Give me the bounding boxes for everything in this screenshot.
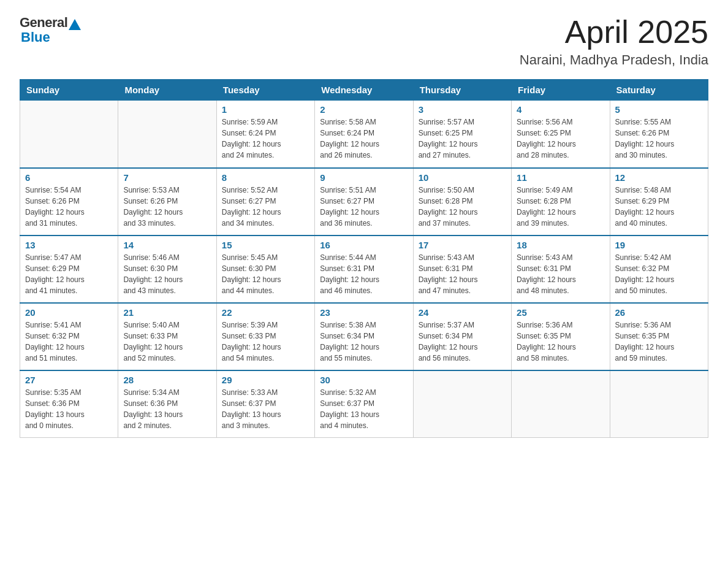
- day-info: Sunrise: 5:51 AM Sunset: 6:27 PM Dayligh…: [320, 185, 408, 229]
- day-info: Sunrise: 5:42 AM Sunset: 6:32 PM Dayligh…: [615, 252, 703, 296]
- day-number: 21: [123, 307, 211, 318]
- day-number: 26: [615, 307, 703, 318]
- day-number: 11: [517, 172, 604, 183]
- day-number: 14: [123, 240, 211, 250]
- day-number: 10: [419, 172, 506, 183]
- calendar-cell: 24Sunrise: 5:37 AM Sunset: 6:34 PM Dayli…: [413, 303, 511, 370]
- calendar-cell: 15Sunrise: 5:45 AM Sunset: 6:30 PM Dayli…: [216, 236, 314, 303]
- calendar-cell: 5Sunrise: 5:55 AM Sunset: 6:26 PM Daylig…: [610, 101, 708, 168]
- day-info: Sunrise: 5:53 AM Sunset: 6:26 PM Dayligh…: [123, 185, 211, 229]
- calendar-cell: 28Sunrise: 5:34 AM Sunset: 6:36 PM Dayli…: [118, 370, 216, 438]
- day-number: 8: [222, 172, 309, 183]
- day-info: Sunrise: 5:36 AM Sunset: 6:35 PM Dayligh…: [615, 320, 703, 364]
- calendar-week-3: 13Sunrise: 5:47 AM Sunset: 6:29 PM Dayli…: [20, 236, 708, 303]
- day-number: 7: [123, 172, 211, 183]
- day-info: Sunrise: 5:38 AM Sunset: 6:34 PM Dayligh…: [320, 320, 408, 364]
- day-number: 4: [517, 104, 604, 115]
- day-number: 13: [25, 240, 113, 250]
- calendar-cell: 18Sunrise: 5:43 AM Sunset: 6:31 PM Dayli…: [512, 236, 610, 303]
- day-number: 12: [615, 172, 703, 183]
- day-number: 20: [25, 307, 113, 318]
- day-info: Sunrise: 5:32 AM Sunset: 6:37 PM Dayligh…: [320, 387, 408, 431]
- logo-blue-text: Blue: [21, 29, 50, 45]
- day-number: 23: [320, 307, 408, 318]
- calendar-cell: 7Sunrise: 5:53 AM Sunset: 6:26 PM Daylig…: [118, 168, 216, 236]
- calendar-week-5: 27Sunrise: 5:35 AM Sunset: 6:36 PM Dayli…: [20, 370, 708, 438]
- day-number: 2: [320, 104, 408, 115]
- logo-triangle-icon: [69, 19, 81, 30]
- day-number: 27: [25, 375, 113, 385]
- day-number: 19: [615, 240, 703, 250]
- day-number: 3: [419, 104, 506, 115]
- calendar-week-4: 20Sunrise: 5:41 AM Sunset: 6:32 PM Dayli…: [20, 303, 708, 370]
- day-of-week-friday: Friday: [512, 80, 610, 101]
- day-number: 28: [123, 375, 211, 385]
- calendar-cell: 20Sunrise: 5:41 AM Sunset: 6:32 PM Dayli…: [20, 303, 118, 370]
- day-info: Sunrise: 5:43 AM Sunset: 6:31 PM Dayligh…: [517, 252, 604, 296]
- day-info: Sunrise: 5:34 AM Sunset: 6:36 PM Dayligh…: [123, 387, 211, 431]
- calendar-cell: 2Sunrise: 5:58 AM Sunset: 6:24 PM Daylig…: [315, 101, 413, 168]
- day-number: 9: [320, 172, 408, 183]
- calendar-cell: 12Sunrise: 5:48 AM Sunset: 6:29 PM Dayli…: [610, 168, 708, 236]
- calendar-cell: 6Sunrise: 5:54 AM Sunset: 6:26 PM Daylig…: [20, 168, 118, 236]
- calendar-cell: 19Sunrise: 5:42 AM Sunset: 6:32 PM Dayli…: [610, 236, 708, 303]
- days-of-week-row: SundayMondayTuesdayWednesdayThursdayFrid…: [20, 80, 708, 101]
- calendar-cell: 27Sunrise: 5:35 AM Sunset: 6:36 PM Dayli…: [20, 370, 118, 438]
- calendar-cell: 4Sunrise: 5:56 AM Sunset: 6:25 PM Daylig…: [512, 101, 610, 168]
- day-number: 5: [615, 104, 703, 115]
- day-number: 17: [419, 240, 506, 250]
- day-info: Sunrise: 5:48 AM Sunset: 6:29 PM Dayligh…: [615, 185, 703, 229]
- calendar-cell: 26Sunrise: 5:36 AM Sunset: 6:35 PM Dayli…: [610, 303, 708, 370]
- calendar-subtitle: Naraini, Madhya Pradesh, India: [520, 52, 708, 68]
- calendar-cell: 8Sunrise: 5:52 AM Sunset: 6:27 PM Daylig…: [216, 168, 314, 236]
- day-info: Sunrise: 5:57 AM Sunset: 6:25 PM Dayligh…: [419, 117, 506, 161]
- calendar-cell: 16Sunrise: 5:44 AM Sunset: 6:31 PM Dayli…: [315, 236, 413, 303]
- day-info: Sunrise: 5:33 AM Sunset: 6:37 PM Dayligh…: [222, 387, 309, 431]
- calendar-body: 1Sunrise: 5:59 AM Sunset: 6:24 PM Daylig…: [20, 101, 708, 438]
- calendar-cell: [413, 370, 511, 438]
- day-of-week-tuesday: Tuesday: [216, 80, 314, 101]
- calendar-cell: 3Sunrise: 5:57 AM Sunset: 6:25 PM Daylig…: [413, 101, 511, 168]
- logo-general-text: General: [20, 15, 67, 31]
- day-info: Sunrise: 5:54 AM Sunset: 6:26 PM Dayligh…: [25, 185, 113, 229]
- day-number: 16: [320, 240, 408, 250]
- day-info: Sunrise: 5:59 AM Sunset: 6:24 PM Dayligh…: [222, 117, 309, 161]
- page-header: General Blue April 2025 Naraini, Madhya …: [20, 15, 708, 68]
- calendar-cell: 9Sunrise: 5:51 AM Sunset: 6:27 PM Daylig…: [315, 168, 413, 236]
- day-info: Sunrise: 5:40 AM Sunset: 6:33 PM Dayligh…: [123, 320, 211, 364]
- calendar-cell: [512, 370, 610, 438]
- day-info: Sunrise: 5:39 AM Sunset: 6:33 PM Dayligh…: [222, 320, 309, 364]
- calendar-cell: 13Sunrise: 5:47 AM Sunset: 6:29 PM Dayli…: [20, 236, 118, 303]
- day-of-week-saturday: Saturday: [610, 80, 708, 101]
- day-info: Sunrise: 5:44 AM Sunset: 6:31 PM Dayligh…: [320, 252, 408, 296]
- calendar-cell: 10Sunrise: 5:50 AM Sunset: 6:28 PM Dayli…: [413, 168, 511, 236]
- day-info: Sunrise: 5:37 AM Sunset: 6:34 PM Dayligh…: [419, 320, 506, 364]
- title-block: April 2025 Naraini, Madhya Pradesh, Indi…: [520, 15, 708, 68]
- day-of-week-wednesday: Wednesday: [315, 80, 413, 101]
- calendar-cell: 25Sunrise: 5:36 AM Sunset: 6:35 PM Dayli…: [512, 303, 610, 370]
- calendar-cell: 17Sunrise: 5:43 AM Sunset: 6:31 PM Dayli…: [413, 236, 511, 303]
- day-info: Sunrise: 5:49 AM Sunset: 6:28 PM Dayligh…: [517, 185, 604, 229]
- day-info: Sunrise: 5:43 AM Sunset: 6:31 PM Dayligh…: [419, 252, 506, 296]
- calendar-title: April 2025: [520, 15, 708, 50]
- calendar-cell: 11Sunrise: 5:49 AM Sunset: 6:28 PM Dayli…: [512, 168, 610, 236]
- day-number: 15: [222, 240, 309, 250]
- day-info: Sunrise: 5:35 AM Sunset: 6:36 PM Dayligh…: [25, 387, 113, 431]
- calendar-header: SundayMondayTuesdayWednesdayThursdayFrid…: [20, 80, 708, 101]
- day-info: Sunrise: 5:41 AM Sunset: 6:32 PM Dayligh…: [25, 320, 113, 364]
- day-number: 24: [419, 307, 506, 318]
- day-number: 22: [222, 307, 309, 318]
- day-info: Sunrise: 5:58 AM Sunset: 6:24 PM Dayligh…: [320, 117, 408, 161]
- calendar-cell: 1Sunrise: 5:59 AM Sunset: 6:24 PM Daylig…: [216, 101, 314, 168]
- day-number: 1: [222, 104, 309, 115]
- day-info: Sunrise: 5:55 AM Sunset: 6:26 PM Dayligh…: [615, 117, 703, 161]
- calendar-table: SundayMondayTuesdayWednesdayThursdayFrid…: [20, 79, 708, 438]
- calendar-week-1: 1Sunrise: 5:59 AM Sunset: 6:24 PM Daylig…: [20, 101, 708, 168]
- calendar-cell: 30Sunrise: 5:32 AM Sunset: 6:37 PM Dayli…: [315, 370, 413, 438]
- day-info: Sunrise: 5:46 AM Sunset: 6:30 PM Dayligh…: [123, 252, 211, 296]
- calendar-cell: 23Sunrise: 5:38 AM Sunset: 6:34 PM Dayli…: [315, 303, 413, 370]
- day-of-week-thursday: Thursday: [413, 80, 511, 101]
- day-info: Sunrise: 5:52 AM Sunset: 6:27 PM Dayligh…: [222, 185, 309, 229]
- day-number: 18: [517, 240, 604, 250]
- calendar-cell: 22Sunrise: 5:39 AM Sunset: 6:33 PM Dayli…: [216, 303, 314, 370]
